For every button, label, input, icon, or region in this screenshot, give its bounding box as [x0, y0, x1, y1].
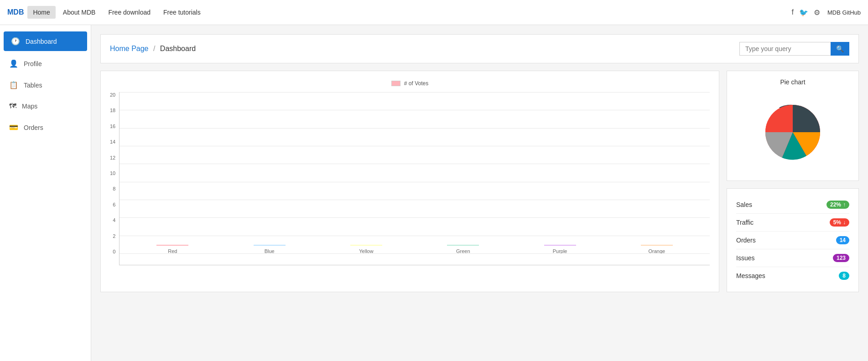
nav-home[interactable]: Home: [27, 6, 55, 19]
y-label-20: 20: [110, 92, 115, 98]
nav-about[interactable]: About MDB: [57, 6, 101, 19]
grid-line: [120, 182, 710, 182]
search-button[interactable]: 🔍: [831, 42, 849, 56]
map-icon: 🗺: [9, 102, 16, 110]
layout: 🕐 Dashboard 👤 Profile 📋 Tables 🗺 Maps 💳 …: [0, 25, 868, 361]
search-input[interactable]: [739, 42, 831, 56]
y-label-18: 18: [110, 108, 115, 113]
orders-badge: 14: [836, 236, 849, 244]
y-axis: 20 18 16 14 12 10 8 6 4 2 0: [110, 92, 119, 265]
y-label-8: 8: [113, 186, 115, 191]
navbar: MDB Home About MDB Free download Free tu…: [0, 0, 868, 25]
main-content: Home Page / Dashboard 🔍 # of Votes 20: [91, 25, 868, 361]
y-label-14: 14: [110, 139, 115, 144]
chart-legend: # of Votes: [110, 80, 710, 87]
chart-area: 20 18 16 14 12 10 8 6 4 2 0: [110, 92, 710, 265]
github-link[interactable]: MDB GitHub: [827, 9, 861, 16]
sidebar: 🕐 Dashboard 👤 Profile 📋 Tables 🗺 Maps 💳 …: [0, 25, 91, 361]
traffic-badge-text: 5%: [833, 219, 841, 226]
stat-label-issues: Issues: [736, 254, 754, 262]
navbar-brand[interactable]: MDB: [7, 8, 24, 16]
bars-area: Red Blue Yellow Green Purple Orange: [119, 92, 710, 265]
grid-line: [120, 200, 710, 200]
grid-line: [120, 110, 710, 110]
legend-label: # of Votes: [404, 80, 428, 87]
messages-badge: 8: [839, 272, 849, 280]
breadcrumb-home[interactable]: Home Page: [110, 45, 149, 52]
sidebar-label-tables: Tables: [24, 82, 42, 89]
breadcrumb: Home Page / Dashboard: [110, 45, 196, 53]
page-header: Home Page / Dashboard 🔍: [100, 34, 859, 63]
pie-chart-title: Pie chart: [734, 78, 851, 86]
sidebar-label-dashboard: Dashboard: [26, 38, 57, 45]
sales-badge: 22%: [826, 201, 849, 209]
sidebar-label-profile: Profile: [24, 60, 42, 67]
sidebar-label-orders: Orders: [24, 124, 43, 131]
breadcrumb-separator: /: [153, 45, 155, 52]
y-label-6: 6: [113, 202, 115, 207]
bar-chart-container: # of Votes 20 18 16 14 12 10 8 6 4 2 0: [100, 71, 719, 292]
stat-row-orders: Orders 14: [736, 232, 849, 249]
pie-chart-card: Pie chart: [727, 71, 859, 181]
sidebar-item-orders[interactable]: 💳 Orders: [0, 117, 91, 138]
stat-label-traffic: Traffic: [736, 219, 754, 226]
sidebar-item-profile[interactable]: 👤 Profile: [0, 53, 91, 74]
sidebar-item-tables[interactable]: 📋 Tables: [0, 74, 91, 96]
grid-lines: [120, 92, 710, 254]
table-icon: 📋: [9, 81, 18, 89]
charts-row: # of Votes 20 18 16 14 12 10 8 6 4 2 0: [100, 71, 859, 292]
sales-badge-text: 22%: [830, 201, 841, 208]
grid-line: [120, 217, 710, 218]
orders-icon: 💳: [9, 123, 18, 132]
stat-label-sales: Sales: [736, 201, 752, 208]
social-icons: f 🐦 ⚙: [792, 8, 820, 17]
right-panel: Pie chart: [727, 71, 859, 292]
sidebar-item-maps[interactable]: 🗺 Maps: [0, 96, 91, 117]
facebook-icon[interactable]: f: [792, 8, 794, 16]
search-box: 🔍: [739, 42, 849, 56]
traffic-badge: 5%: [830, 218, 849, 227]
stat-row-issues: Issues 123: [736, 249, 849, 267]
pie-chart-svg: [756, 96, 829, 169]
grid-line: [120, 128, 710, 129]
legend-swatch: [391, 81, 400, 86]
sales-arrow-up-icon: [843, 201, 846, 208]
y-label-16: 16: [110, 124, 115, 129]
stats-card: Sales 22% Traffic 5% O: [727, 188, 859, 292]
grid-line: [120, 164, 710, 164]
y-label-12: 12: [110, 155, 115, 160]
stat-row-sales: Sales 22%: [736, 196, 849, 214]
sidebar-label-maps: Maps: [22, 103, 37, 110]
navbar-items: Home About MDB Free download Free tutori…: [27, 6, 206, 19]
stat-row-messages: Messages 8: [736, 267, 849, 284]
grid-line: [120, 236, 710, 236]
y-label-0: 0: [113, 249, 115, 254]
nav-download[interactable]: Free download: [103, 6, 156, 19]
y-label-4: 4: [113, 217, 115, 223]
twitter-icon[interactable]: 🐦: [799, 8, 808, 17]
grid-line: [120, 146, 710, 146]
breadcrumb-current: Dashboard: [160, 45, 196, 52]
pie-container: [734, 91, 851, 173]
github-icon[interactable]: ⚙: [814, 8, 820, 17]
clock-icon: 🕐: [11, 37, 20, 46]
grid-line: [120, 92, 710, 93]
person-icon: 👤: [9, 59, 18, 68]
nav-tutorials[interactable]: Free tutorials: [158, 6, 206, 19]
traffic-arrow-down-icon: [843, 219, 846, 226]
y-label-2: 2: [113, 233, 115, 239]
sidebar-item-dashboard[interactable]: 🕐 Dashboard: [4, 31, 87, 51]
stat-row-traffic: Traffic 5%: [736, 214, 849, 232]
stat-label-orders: Orders: [736, 237, 756, 244]
y-label-10: 10: [110, 170, 115, 176]
grid-line: [120, 253, 710, 254]
stat-label-messages: Messages: [736, 272, 765, 279]
issues-badge: 123: [833, 254, 849, 262]
navbar-right: f 🐦 ⚙ MDB GitHub: [792, 8, 861, 17]
